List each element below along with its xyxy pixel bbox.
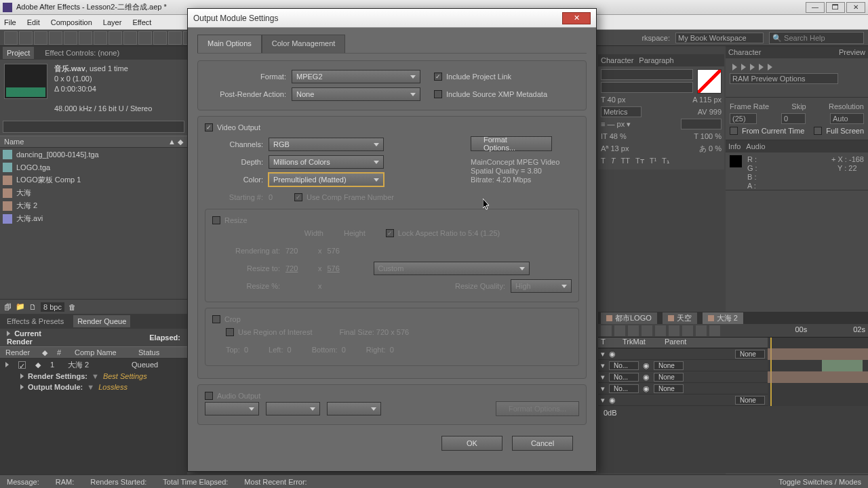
stroke-dropdown[interactable] xyxy=(681,119,722,129)
first-frame-icon[interactable] xyxy=(732,64,737,70)
brush-tool-icon[interactable] xyxy=(138,31,152,45)
next-frame-icon[interactable] xyxy=(759,64,764,70)
tab-audio[interactable]: Audio xyxy=(746,142,765,150)
post-render-dropdown[interactable]: None xyxy=(292,87,420,101)
channels-dropdown[interactable]: RGB xyxy=(269,138,384,151)
selection-tool-icon[interactable] xyxy=(4,31,18,45)
timeline-tab[interactable]: 都市LOGO xyxy=(601,312,657,324)
list-item[interactable]: 大海 2 xyxy=(0,199,187,212)
tab-color-management[interactable]: Color Management xyxy=(262,35,346,53)
menu-file[interactable]: File xyxy=(4,18,16,26)
tab-effect-controls[interactable]: Effect Controls: (none) xyxy=(41,47,123,59)
close-button[interactable]: ✕ xyxy=(846,2,865,13)
fill-stroke-swatch[interactable] xyxy=(697,69,722,94)
minimize-button[interactable]: — xyxy=(806,2,825,13)
interpret-icon[interactable]: 🗐 xyxy=(4,303,12,311)
menu-effect[interactable]: Effect xyxy=(132,18,151,26)
list-item[interactable]: LOGO蒙板 Comp 1 xyxy=(0,174,187,186)
resolution-dropdown[interactable]: Auto xyxy=(830,113,864,124)
tsume-input[interactable]: 0 % xyxy=(709,144,722,152)
ram-preview-dropdown[interactable]: RAM Preview Options xyxy=(730,73,838,84)
leading-input[interactable]: 115 px xyxy=(699,96,722,104)
project-search-input[interactable] xyxy=(3,121,184,133)
timeline-layer[interactable]: ▾No...◉None xyxy=(598,360,768,371)
depth-dropdown[interactable]: Millions of Colors xyxy=(269,155,384,169)
tab-render-queue[interactable]: Render Queue xyxy=(73,315,130,327)
stamp-tool-icon[interactable] xyxy=(153,31,167,45)
video-output-checkbox[interactable]: ✓ xyxy=(205,123,213,131)
fontsize-input[interactable]: 40 px xyxy=(608,96,626,104)
search-help-input[interactable]: 🔍 Search Help xyxy=(769,32,864,44)
format-options-button[interactable]: Format Options... xyxy=(471,136,552,151)
timeline-layer[interactable]: ▾◉None xyxy=(598,394,768,406)
include-xmp-checkbox[interactable] xyxy=(434,90,442,98)
render-checkbox[interactable]: ✓ xyxy=(18,361,26,369)
render-settings-link[interactable]: Best Settings xyxy=(103,372,147,380)
smallcaps-icon[interactable]: Tᴛ xyxy=(635,157,644,165)
tl-tool-icon[interactable] xyxy=(682,325,693,336)
list-item[interactable]: 大海 xyxy=(0,186,187,199)
tl-tool-icon[interactable] xyxy=(669,325,679,336)
tl-tool-icon[interactable] xyxy=(601,325,612,336)
tab-character[interactable]: Character xyxy=(728,48,761,56)
tl-tool-icon[interactable] xyxy=(628,325,639,336)
timeline-layer[interactable]: ▾No...◉None xyxy=(598,371,768,383)
font-family-dropdown[interactable] xyxy=(601,69,693,80)
disclosure-icon[interactable] xyxy=(20,373,24,379)
pen-tool-icon[interactable] xyxy=(108,31,122,45)
tl-tool-icon[interactable] xyxy=(696,325,707,336)
menu-edit[interactable]: Edit xyxy=(27,18,40,26)
baseline-input[interactable]: 13 px xyxy=(610,144,629,152)
tab-effects-presets[interactable]: Effects & Presets xyxy=(3,315,68,327)
disclosure-icon[interactable] xyxy=(20,384,24,390)
eraser-tool-icon[interactable] xyxy=(168,31,182,45)
timeline-layer[interactable]: ▾No...◉None xyxy=(598,383,768,394)
timeline-tab[interactable]: 天空 xyxy=(663,312,697,324)
tl-tool-icon[interactable] xyxy=(614,325,625,336)
skip-dropdown[interactable]: 0 xyxy=(781,113,806,124)
menu-layer[interactable]: Layer xyxy=(103,18,122,26)
workspace-dropdown[interactable]: My Book Workspace xyxy=(675,33,764,43)
mask-tool-icon[interactable] xyxy=(94,31,107,45)
anchor-tool-icon[interactable] xyxy=(79,31,92,45)
hscale-input[interactable]: 100 % xyxy=(701,132,722,140)
timeline-layer[interactable]: ▾◉None xyxy=(598,348,768,360)
format-dropdown[interactable]: MPEG2 xyxy=(292,70,420,83)
superscript-icon[interactable]: T¹ xyxy=(650,157,656,165)
disclosure-icon[interactable] xyxy=(7,331,10,336)
comp-new-icon[interactable]: 🗋 xyxy=(29,303,37,311)
framerate-dropdown[interactable]: (25) xyxy=(730,113,757,124)
crop-checkbox[interactable] xyxy=(212,315,220,323)
hand-tool-icon[interactable] xyxy=(19,31,33,45)
kerning-dropdown[interactable]: Metrics xyxy=(601,106,642,117)
dialog-titlebar[interactable]: Output Module Settings ✕ xyxy=(188,9,596,28)
tl-tool-icon[interactable] xyxy=(709,325,720,336)
last-frame-icon[interactable] xyxy=(768,64,772,70)
audio-output-checkbox[interactable] xyxy=(205,392,213,400)
list-item[interactable]: LOGO.tga xyxy=(0,161,187,174)
tracking-input[interactable]: 999 xyxy=(709,108,722,116)
maximize-button[interactable]: 🗖 xyxy=(826,2,845,13)
text-tool-icon[interactable] xyxy=(123,31,137,45)
tab-main-options[interactable]: Main Options xyxy=(197,35,262,53)
play-icon[interactable] xyxy=(750,64,755,70)
list-item[interactable]: 大海.avi xyxy=(0,212,187,225)
vscale-input[interactable]: 48 % xyxy=(610,132,627,140)
fct-checkbox[interactable] xyxy=(730,127,738,135)
color-dropdown[interactable]: Premultiplied (Matted) xyxy=(269,173,384,186)
tl-tool-icon[interactable] xyxy=(642,325,652,336)
tab-character[interactable]: Character xyxy=(601,56,633,64)
tl-tool-icon[interactable] xyxy=(655,325,666,336)
tab-project[interactable]: Project xyxy=(3,47,34,59)
folder-icon[interactable]: 📁 xyxy=(16,302,25,311)
subscript-icon[interactable]: T₁ xyxy=(662,157,669,165)
ok-button[interactable]: OK xyxy=(441,436,502,451)
tab-info[interactable]: Info xyxy=(728,142,741,150)
bold-icon[interactable]: T xyxy=(601,157,606,165)
allcaps-icon[interactable]: TT xyxy=(620,157,629,165)
camera-tool-icon[interactable] xyxy=(64,31,77,45)
list-item[interactable]: dancing_[0000-0145].tga xyxy=(0,148,187,161)
resize-checkbox[interactable] xyxy=(212,216,220,224)
render-item-row[interactable]: ✓ ◆ 1 大海 2 Queued xyxy=(0,359,187,371)
tab-preview[interactable]: Preview xyxy=(839,48,865,56)
